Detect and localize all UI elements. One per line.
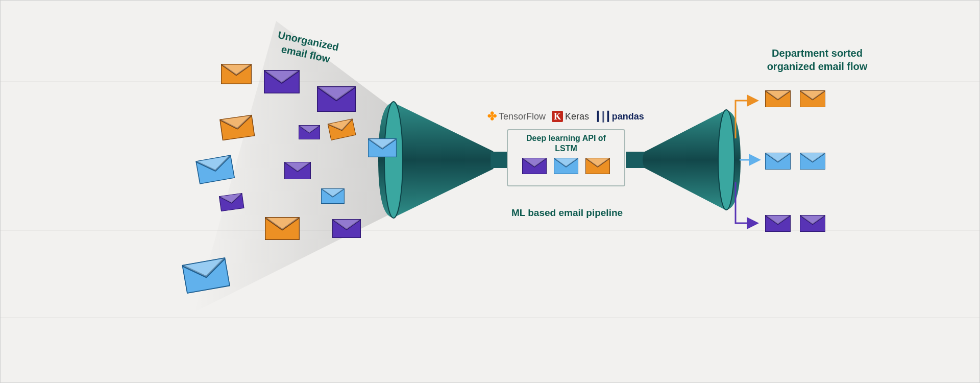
output-envelope-icon bbox=[800, 90, 825, 109]
processor-envelope-icon bbox=[585, 158, 610, 176]
processor-envelopes-row bbox=[508, 158, 624, 176]
input-envelope-icon bbox=[332, 219, 361, 240]
input-envelope-icon bbox=[219, 115, 255, 142]
output-envelope-icon bbox=[765, 215, 791, 234]
tensorflow-logo: ✤ TensorFlow bbox=[487, 110, 546, 123]
processor-title: Deep learning API of LSTM bbox=[508, 130, 624, 154]
input-envelope-icon bbox=[182, 257, 230, 296]
pandas-icon: ┃║┃ bbox=[595, 111, 610, 122]
output-envelope-icon bbox=[765, 153, 791, 172]
output-envelope-icon bbox=[765, 90, 791, 109]
svg-rect-3 bbox=[626, 152, 646, 168]
input-envelope-icon bbox=[195, 155, 235, 186]
processor-envelope-icon bbox=[554, 158, 578, 176]
keras-logo: K Keras bbox=[552, 111, 589, 122]
input-envelope-icon bbox=[321, 188, 345, 206]
tensorflow-label: TensorFlow bbox=[499, 111, 546, 122]
keras-label: Keras bbox=[565, 111, 589, 122]
input-envelope-icon bbox=[328, 118, 357, 142]
processor-box: Deep learning API of LSTM bbox=[507, 129, 625, 186]
tensorflow-icon: ✤ bbox=[487, 110, 497, 123]
input-envelope-icon bbox=[265, 217, 300, 242]
pandas-label: pandas bbox=[612, 111, 644, 122]
input-envelope-icon bbox=[317, 86, 356, 114]
input-envelope-icon bbox=[368, 138, 397, 159]
output-envelope-icon bbox=[800, 153, 825, 172]
keras-icon: K bbox=[552, 111, 563, 122]
input-envelope-icon bbox=[284, 162, 311, 181]
input-label: Unorganized email flow bbox=[274, 28, 340, 67]
input-envelope-icon bbox=[219, 193, 244, 213]
tech-stack-row: ✤ TensorFlow K Keras ┃║┃ pandas bbox=[487, 110, 644, 123]
input-envelope-icon bbox=[264, 70, 300, 95]
output-label: Department sorted organized email flow bbox=[751, 46, 884, 73]
output-envelope-icon bbox=[800, 215, 825, 234]
svg-point-1 bbox=[384, 102, 403, 218]
processor-envelope-icon bbox=[522, 158, 547, 176]
svg-point-4 bbox=[718, 110, 734, 210]
pandas-logo: ┃║┃ pandas bbox=[595, 111, 644, 122]
input-envelope-icon bbox=[299, 125, 320, 141]
input-envelope-icon bbox=[221, 64, 252, 86]
pipeline-label: ML based email pipeline bbox=[491, 207, 644, 220]
